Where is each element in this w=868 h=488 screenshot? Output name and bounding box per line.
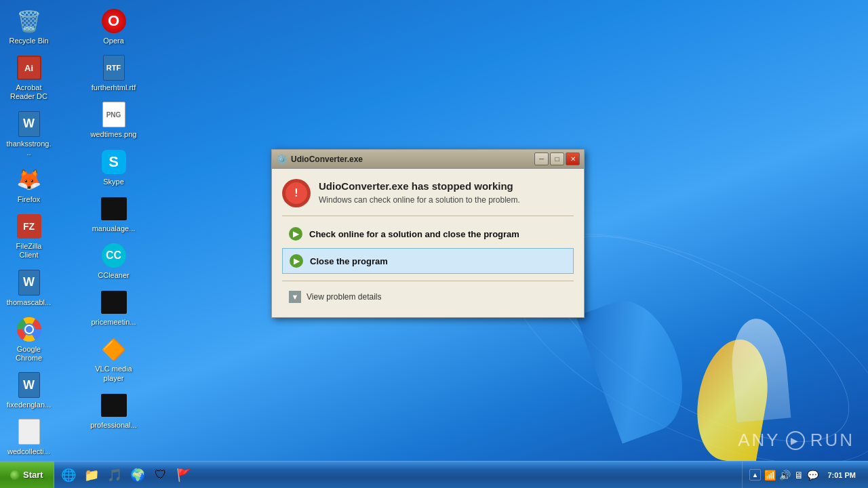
start-button[interactable]: Start <box>0 462 54 489</box>
professional-icon <box>100 391 128 420</box>
thomascabl-icon: W <box>15 268 43 297</box>
google-chrome-label: Google Chrome <box>5 345 52 363</box>
desktop-icon-wedcollecti[interactable]: wedcollecti... <box>3 414 54 460</box>
thanksstrong-label: thanksstrong... <box>5 140 52 157</box>
desktop: 🗑️ Recycle Bin Ai Acrobat Reader DC W th… <box>0 0 868 488</box>
dialog-divider-2 <box>282 281 574 281</box>
fixedenglan-label: fixedenglan... <box>7 401 51 409</box>
error-dialog: ⚙️ UdioConverter.exe ─ □ ✕ ! <box>271 149 585 318</box>
taskbar: Start 🌐 📁 🎵 🌍 🛡 🚩 ▲ 📶 🔊 🖥 💬 7:01 PM <box>0 461 868 488</box>
taskbar-media-icon[interactable]: 🎵 <box>104 463 125 487</box>
dialog-titlebar: ⚙️ UdioConverter.exe ─ □ ✕ <box>272 150 584 169</box>
taskbar-chrome-taskbar-icon[interactable]: 🌍 <box>127 463 149 487</box>
check-online-arrow-icon: ▶ <box>289 227 302 241</box>
anyrun-text-any: ANY <box>738 430 780 451</box>
desktop-icon-thomascabl[interactable]: W thomascabl... <box>3 265 54 310</box>
view-details-option[interactable]: ▼ View problem details <box>282 287 574 307</box>
clock-time: 7:01 PM <box>827 471 856 479</box>
dialog-body: ! UdioConverter.exe has stopped working … <box>272 169 584 317</box>
desktop-icon-firefox[interactable]: 🦊 Firefox <box>3 162 54 207</box>
check-online-option[interactable]: ▶ Check online for a solution and close … <box>282 222 574 246</box>
pricemeetin-label: pricemeetin... <box>91 318 136 327</box>
anyrun-text-run: RUN <box>810 430 854 451</box>
desktop-icon-thanksstrong[interactable]: W thanksstrong... <box>3 106 54 161</box>
desktop-icon-recycle-bin[interactable]: 🗑️ Recycle Bin <box>3 3 54 49</box>
anyrun-watermark: ANY ▶ RUN <box>738 430 854 451</box>
firefox-label: Firefox <box>18 195 41 204</box>
desktop-icon-skype[interactable]: S Skype <box>88 144 139 190</box>
close-program-option[interactable]: ▶ Close the program <box>282 248 574 274</box>
dialog-minimize-button[interactable]: ─ <box>534 152 549 165</box>
desktop-icon-pricemeetin[interactable]: pricemeetin... <box>88 285 139 330</box>
dialog-app-icon: ! <box>282 179 311 207</box>
firefox-icon: 🦊 <box>15 165 43 194</box>
manuala-label: manualage... <box>92 224 136 233</box>
ccleaner-icon: CC <box>100 241 128 270</box>
wedcollecti-icon <box>15 418 43 446</box>
vlc-label: VLC media player <box>90 365 137 382</box>
dialog-main-heading: UdioConverter.exe has stopped working <box>319 180 520 192</box>
fixedenglan-icon: W <box>15 371 43 399</box>
wedtimes-icon: PNG <box>100 100 128 129</box>
skype-icon: S <box>100 148 128 176</box>
taskbar-shield-icon[interactable]: 🛡 <box>150 463 172 487</box>
taskbar-ie-icon[interactable]: 🌐 <box>58 463 79 487</box>
furtherhtml-label: furtherhtml.rtf <box>92 83 136 92</box>
desktop-icon-opera[interactable]: O Opera <box>88 3 139 49</box>
pricemeetin-icon <box>100 288 128 317</box>
taskbar-flag-icon[interactable]: 🚩 <box>173 463 195 487</box>
taskbar-explorer-icon[interactable]: 📁 <box>81 463 102 487</box>
desktop-icon-fixedenglan[interactable]: W fixedenglan... <box>3 367 54 413</box>
dialog-title-left: ⚙️ UdioConverter.exe <box>276 154 363 165</box>
wedtimes-label: wedtimes.png <box>91 130 137 139</box>
system-clock[interactable]: 7:01 PM <box>822 471 861 479</box>
acrobat-label: Acrobat Reader DC <box>5 83 52 101</box>
network-tray-icon[interactable]: 📶 <box>764 470 776 481</box>
start-button-label: Start <box>23 470 43 480</box>
close-program-arrow-icon: ▶ <box>290 254 303 268</box>
details-arrow-icon: ▼ <box>289 291 301 303</box>
dialog-title-icon: ⚙️ <box>276 154 288 165</box>
message-tray-icon[interactable]: 💬 <box>807 470 818 481</box>
manuala-icon <box>100 195 128 223</box>
filezilla-label: FileZilla Client <box>5 242 52 260</box>
tray-expand-button[interactable]: ▲ <box>749 469 762 481</box>
dialog-header: ! UdioConverter.exe has stopped working … <box>282 179 574 207</box>
thomascabl-label: thomascabl... <box>7 298 51 307</box>
thanksstrong-icon: W <box>15 110 43 138</box>
dialog-text-block: UdioConverter.exe has stopped working Wi… <box>319 180 520 206</box>
desktop-icon-manuala[interactable]: manualage... <box>88 191 139 237</box>
svg-point-3 <box>26 326 33 333</box>
desktop-icon-filezilla[interactable]: FZ FileZilla Client <box>3 209 54 263</box>
dialog-window-buttons: ─ □ ✕ <box>534 152 580 165</box>
filezilla-icon: FZ <box>15 212 43 241</box>
opera-label: Opera <box>103 37 124 45</box>
desktop-icon-professional[interactable]: professional... <box>88 388 139 433</box>
anyrun-play-icon: ▶ <box>786 431 805 450</box>
vlc-icon: 🔶 <box>100 335 128 363</box>
details-text: View problem details <box>307 292 382 302</box>
recycle-bin-icon: 🗑️ <box>15 7 43 35</box>
desktop-icons-container: 🗑️ Recycle Bin Ai Acrobat Reader DC W th… <box>3 3 173 464</box>
start-orb-icon <box>10 470 20 480</box>
system-tray: ▲ 📶 🔊 🖥 💬 7:01 PM <box>742 462 868 489</box>
volume-tray-icon[interactable]: 🔊 <box>779 470 791 481</box>
desktop-icon-acrobat[interactable]: Ai Acrobat Reader DC <box>3 50 54 104</box>
professional-label: professional... <box>90 421 136 430</box>
desktop-icon-ccleaner[interactable]: CC CCleaner <box>88 238 139 283</box>
desktop-icon-furtherhtml[interactable]: RTF furtherhtml.rtf <box>88 50 139 96</box>
dialog-title-text: UdioConverter.exe <box>291 155 363 164</box>
display-tray-icon[interactable]: 🖥 <box>794 470 804 481</box>
recycle-bin-label: Recycle Bin <box>9 37 48 45</box>
dialog-divider-1 <box>282 216 574 216</box>
desktop-icon-vlc[interactable]: 🔶 VLC media player <box>88 331 139 386</box>
close-program-text: Close the program <box>310 256 388 266</box>
dialog-close-button[interactable]: ✕ <box>566 152 580 165</box>
dialog-maximize-button[interactable]: □ <box>550 152 564 165</box>
taskbar-quick-launch: 🌐 📁 🎵 🌍 🛡 🚩 <box>54 462 198 489</box>
dialog-subtitle: Windows can check online for a solution … <box>319 195 520 206</box>
chrome-icon <box>15 315 43 344</box>
desktop-icon-google-chrome[interactable]: Google Chrome <box>3 312 54 366</box>
desktop-icon-wedtimes[interactable]: PNG wedtimes.png <box>88 97 139 142</box>
check-online-text: Check online for a solution and close th… <box>309 229 519 239</box>
